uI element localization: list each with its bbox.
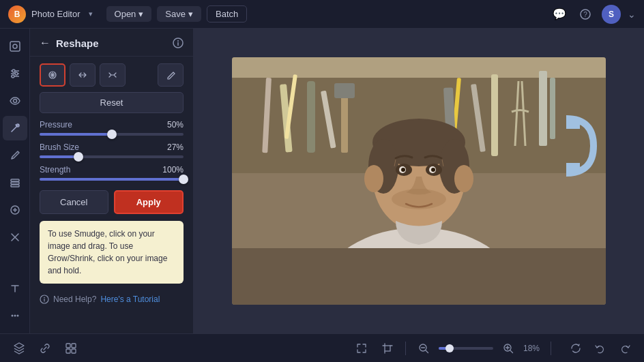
svg-rect-61	[385, 346, 390, 351]
save-button[interactable]: Save ▾	[157, 6, 201, 22]
zoom-in-button[interactable]	[497, 337, 519, 359]
brush-size-slider-row: Brush Size 27%	[40, 142, 184, 158]
svg-point-52	[431, 168, 435, 172]
left-iconbar	[0, 29, 30, 333]
sliders-section: Pressure 50% Brush Size 27%	[30, 120, 193, 181]
brush-size-value: 27%	[167, 142, 184, 152]
help-row: Need Help? Here's a Tutorial	[30, 290, 193, 308]
grow-tool-button[interactable]	[70, 63, 96, 87]
tool-options	[30, 57, 193, 92]
svg-text:?: ?	[583, 11, 587, 18]
svg-point-7	[12, 70, 15, 72]
help-info-icon	[40, 295, 49, 304]
cancel-button[interactable]: Cancel	[40, 190, 108, 214]
svg-line-64	[426, 350, 428, 353]
svg-rect-37	[307, 81, 315, 153]
svg-point-8	[15, 72, 18, 75]
svg-point-53	[392, 189, 446, 209]
pressure-slider-row: Pressure 50%	[40, 120, 184, 136]
svg-rect-29	[550, 78, 555, 139]
svg-rect-59	[66, 349, 70, 353]
strength-slider[interactable]	[40, 178, 184, 181]
svg-rect-56	[232, 248, 606, 305]
shrink-tool-button[interactable]	[100, 63, 126, 87]
svg-rect-40	[334, 83, 355, 98]
left-icon-brush[interactable]	[3, 143, 27, 168]
refresh-icon[interactable]	[565, 337, 587, 359]
app-chevron-icon[interactable]: ▾	[89, 10, 93, 18]
left-icon-more[interactable]	[3, 303, 27, 328]
redo-icon[interactable]	[614, 337, 636, 359]
smudge-tool-button[interactable]	[40, 63, 65, 87]
photo-svg	[232, 57, 606, 305]
back-button[interactable]: ←	[40, 37, 50, 49]
strength-label: Strength	[40, 165, 70, 175]
svg-rect-14	[11, 185, 19, 187]
undo-icon[interactable]	[589, 337, 611, 359]
erase-tool-button[interactable]	[158, 63, 184, 87]
left-icon-sliders[interactable]	[3, 61, 27, 86]
help-icon[interactable]: ?	[576, 5, 595, 24]
fit-window-icon[interactable]	[351, 337, 372, 359]
apply-button[interactable]: Apply	[114, 190, 184, 214]
svg-point-23	[44, 297, 45, 299]
bottom-right-icons	[565, 337, 636, 359]
pressure-label: Pressure	[40, 120, 72, 130]
reshape-panel: ← Reshape	[30, 29, 194, 333]
info-button[interactable]	[173, 37, 184, 48]
strength-slider-row: Strength 100%	[40, 165, 184, 181]
panel-title: Reshape	[56, 37, 167, 49]
bottombar: 18%	[0, 333, 644, 362]
batch-button[interactable]: Batch	[207, 5, 247, 22]
left-icon-text[interactable]	[3, 276, 27, 301]
crop-icon[interactable]	[377, 337, 398, 359]
panel-header: ← Reshape	[30, 29, 193, 57]
svg-point-16	[11, 315, 13, 317]
open-button[interactable]: Open ▾	[106, 6, 152, 22]
svg-rect-27	[232, 57, 606, 78]
svg-point-10	[13, 100, 16, 103]
actions-row: Cancel Apply	[30, 181, 193, 221]
svg-rect-28	[539, 71, 547, 146]
svg-point-55	[454, 165, 473, 192]
svg-rect-58	[72, 344, 76, 348]
tooltip-box: To use Smudge, click on your image and d…	[40, 221, 184, 284]
pressure-slider[interactable]	[40, 133, 184, 136]
grid-icon[interactable]	[60, 337, 82, 359]
help-link[interactable]: Here's a Tutorial	[100, 295, 160, 304]
left-icon-edit[interactable]	[3, 34, 27, 59]
reset-section: Reset	[30, 92, 193, 120]
left-icon-eye[interactable]	[3, 89, 27, 113]
strength-value: 100%	[162, 165, 184, 175]
layers-icon[interactable]	[8, 337, 30, 359]
link-icon[interactable]	[34, 337, 56, 359]
brush-size-slider[interactable]	[40, 155, 184, 158]
left-icon-wand[interactable]	[3, 116, 27, 140]
canvas-area	[194, 29, 644, 333]
svg-rect-30	[491, 74, 498, 156]
reset-button[interactable]: Reset	[40, 92, 184, 113]
svg-point-3	[13, 44, 17, 48]
topbar-expand-icon[interactable]: ⌄	[628, 9, 636, 20]
left-icon-layers[interactable]	[3, 170, 27, 195]
app-name: Photo Editor	[31, 9, 80, 19]
left-icon-shape[interactable]	[3, 198, 27, 222]
user-avatar[interactable]: S	[602, 5, 621, 24]
canvas-inner[interactable]	[194, 29, 644, 333]
svg-rect-60	[72, 349, 76, 353]
topbar-icons: 💬 ? S ⌄	[550, 5, 636, 24]
pressure-value: 50%	[167, 120, 184, 130]
svg-point-9	[12, 75, 14, 78]
svg-point-20	[177, 40, 179, 42]
chat-icon[interactable]: 💬	[550, 5, 569, 24]
svg-rect-13	[11, 182, 19, 184]
photo-frame[interactable]	[232, 57, 606, 305]
zoom-slider[interactable]	[439, 347, 493, 350]
help-text: Need Help?	[53, 295, 96, 304]
main-area: ← Reshape	[0, 29, 644, 333]
svg-point-18	[16, 315, 18, 317]
left-icon-effects[interactable]	[3, 225, 27, 250]
zoom-out-button[interactable]	[413, 337, 435, 359]
svg-point-17	[14, 315, 16, 317]
svg-rect-2	[10, 42, 20, 51]
